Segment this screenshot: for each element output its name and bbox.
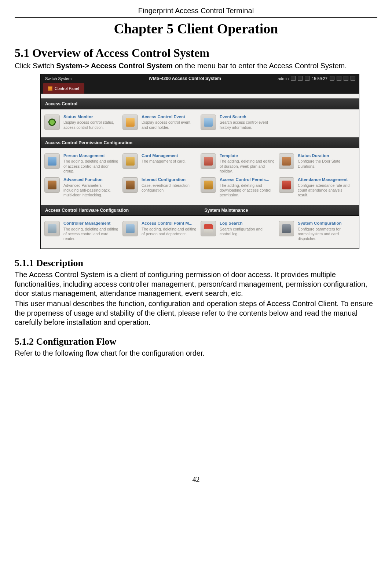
tile-card-management[interactable]: Card Management The management of card.: [122, 153, 199, 174]
tile-title: Template: [220, 153, 275, 159]
tile-access-control-point[interactable]: Access Control Point M... The adding, de…: [122, 221, 199, 241]
tile-title: Access Control Point M...: [142, 221, 197, 226]
log-icon: [201, 221, 216, 236]
card-icon: [122, 153, 138, 169]
rec-icon[interactable]: [298, 76, 303, 81]
tile-desc: The adding, deleting and editing of acce…: [63, 159, 119, 173]
tile-interact-configuration[interactable]: Interact Configuration Case, event/card …: [122, 177, 199, 197]
para-5-1-1-a: The Access Control System is a client of…: [15, 270, 377, 298]
tile-desc: Case, event/card interaction configurati…: [142, 183, 197, 193]
search-icon: [201, 115, 216, 130]
tile-empty: [279, 115, 355, 130]
door-icon: [279, 153, 294, 169]
tile-title: Event Search: [220, 115, 275, 120]
tile-access-control-event[interactable]: Access Control Event Display access cont…: [122, 115, 199, 130]
tile-desc: The adding, deleting and editing of dura…: [220, 159, 275, 173]
cpu-icon[interactable]: [305, 76, 309, 81]
tile-title: Person Management: [63, 153, 119, 159]
tile-title: System Configuration: [298, 221, 353, 226]
tile-desc: Configure the Door State Durations.: [298, 159, 353, 168]
template-icon: [201, 153, 216, 169]
window-titlebar: Switch System iVMS-4200 Access Control S…: [41, 74, 359, 83]
tile-title: Attendance Management: [298, 177, 353, 182]
minimize-icon[interactable]: [337, 76, 341, 81]
document-header: Fingerprint Access Control Terminal: [15, 7, 377, 18]
tile-desc: Advanced Parameters, including anti-pass…: [63, 183, 119, 197]
subsection-5-1-1-title: 5.1.1 Description: [15, 258, 377, 269]
tile-title: Interact Configuration: [142, 177, 197, 182]
tile-advanced-function[interactable]: Advanced Function Advanced Parameters, i…: [44, 177, 121, 197]
tab-bar: Control Panel: [41, 83, 359, 94]
page-number: 42: [15, 475, 377, 484]
tile-desc: The adding, deleting and editing of acce…: [63, 227, 119, 241]
tile-title: Card Management: [142, 153, 197, 159]
tile-system-configuration[interactable]: System Configuration Configure parameter…: [279, 221, 355, 241]
subsection-5-1-2-title: 5.1.2 Configuration Flow: [15, 336, 377, 347]
section-header-permission: Access Control Permission Configuration: [41, 137, 359, 148]
tile-attendance-management[interactable]: Attendance Management Configure attendan…: [279, 177, 355, 197]
tile-controller-management[interactable]: Controller Management The adding, deleti…: [44, 221, 121, 241]
tile-desc: The adding, deleting and downloading of …: [220, 183, 275, 197]
tile-title: Access Control Event: [142, 115, 197, 120]
controller-icon: [44, 221, 60, 236]
tile-desc: The management of card.: [142, 159, 197, 164]
tile-title: Status Duration: [298, 153, 353, 159]
tile-event-search[interactable]: Event Search Search access control event…: [201, 115, 277, 130]
tile-desc: Display access control event, and card h…: [142, 120, 197, 130]
tile-person-management[interactable]: Person Management The adding, deleting a…: [44, 153, 121, 174]
tile-desc: Display access control status, access co…: [63, 120, 119, 130]
permission-icon: [201, 177, 216, 193]
advanced-icon: [44, 177, 60, 193]
tile-desc: Configure attendance rule and count atte…: [298, 183, 353, 197]
person-icon: [44, 153, 60, 169]
tile-status-monitor[interactable]: Status Monitor Display access control st…: [44, 115, 121, 130]
intro-suffix: on the menu bar to enter the Access Cont…: [173, 62, 347, 70]
tab-control-panel[interactable]: Control Panel: [43, 83, 84, 94]
tab-control-panel-label: Control Panel: [55, 86, 79, 91]
tile-status-duration[interactable]: Status Duration Configure the Door State…: [279, 153, 355, 174]
interact-icon: [122, 177, 138, 193]
current-user: admin: [278, 76, 289, 81]
grid-icon[interactable]: [291, 76, 296, 81]
tile-log-search[interactable]: Log Search Search configuration and cont…: [201, 221, 277, 241]
section-header-access-control: Access Control: [41, 98, 359, 109]
intro-prefix: Click Switch: [15, 62, 56, 70]
maximize-icon[interactable]: [344, 76, 348, 81]
folder-icon: [122, 115, 138, 130]
tile-title: Advanced Function: [63, 177, 119, 182]
lock-icon[interactable]: [330, 76, 334, 81]
clock-time: 15:59:27: [312, 76, 327, 81]
attendance-icon: [279, 177, 294, 193]
app-screenshot: Switch System iVMS-4200 Access Control S…: [40, 74, 359, 249]
section-header-hardware: Access Control Hardware Configuration: [41, 205, 200, 216]
system-config-icon: [279, 221, 294, 236]
tile-desc: The adding, deleting and editing of pers…: [142, 227, 197, 236]
tile-desc: Search configuration and control log.: [220, 227, 275, 236]
intro-bold: System-> Access Control System: [56, 62, 173, 70]
tile-desc: Configure parameters for normal system a…: [298, 227, 353, 241]
tile-template[interactable]: Template The adding, deleting and editin…: [201, 153, 277, 174]
control-panel-icon: [48, 86, 52, 91]
tile-title: Status Monitor: [63, 115, 119, 120]
section-5-1-title: 5.1 Overview of Access Control System: [15, 46, 377, 60]
section-header-maintenance: System Maintenance: [200, 205, 359, 216]
tile-title: Log Search: [220, 221, 275, 226]
point-icon: [122, 221, 138, 236]
tile-desc: Search access control event history info…: [220, 120, 275, 130]
para-5-1-2: Refer to the following flow chart for th…: [15, 349, 377, 358]
tile-access-control-permission[interactable]: Access Control Permis... The adding, del…: [201, 177, 277, 197]
tile-title: Controller Management: [63, 221, 119, 226]
tile-title: Access Control Permis...: [220, 177, 275, 182]
intro-paragraph: Click Switch System-> Access Control Sys…: [15, 61, 377, 71]
status-monitor-icon: [44, 115, 60, 130]
close-icon[interactable]: [351, 76, 355, 81]
chapter-title: Chapter 5 Client Operation: [15, 21, 377, 37]
switch-system-menu[interactable]: Switch System: [41, 76, 92, 81]
window-title: iVMS-4200 Access Control System: [92, 76, 278, 81]
para-5-1-1-b: This user manual describes the function,…: [15, 299, 377, 327]
